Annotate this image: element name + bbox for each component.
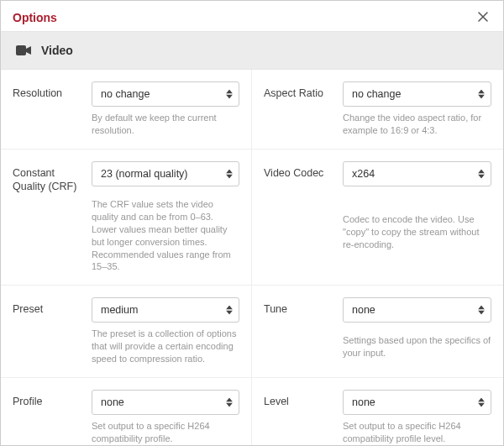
resolution-label: Resolution: [13, 81, 85, 107]
close-icon: [478, 10, 488, 24]
field-preset: Preset medium The preset is a collection…: [1, 286, 252, 378]
close-button[interactable]: [475, 9, 491, 26]
field-level: Level none Set output to a specific H264…: [252, 378, 503, 446]
profile-label: Profile: [13, 390, 85, 415]
field-tune: Tune none Settings based upon the specif…: [252, 286, 503, 378]
preset-select[interactable]: medium: [92, 297, 239, 323]
video-section-header: Video: [1, 31, 503, 70]
tune-select[interactable]: none: [343, 297, 491, 323]
level-label: Level: [264, 390, 336, 415]
field-aspect-ratio: Aspect Ratio no change Change the video …: [252, 70, 503, 150]
field-resolution: Resolution no change By default we keep …: [1, 70, 252, 150]
resolution-help: By default we keep the current resolutio…: [92, 112, 239, 137]
tune-label: Tune: [264, 297, 336, 328]
preset-label: Preset: [13, 297, 85, 323]
codec-label: Video Codec: [264, 161, 336, 209]
video-camera-icon: [16, 45, 31, 56]
field-crf: Constant Quality (CRF) 23 (normal qualit…: [1, 150, 252, 286]
profile-select[interactable]: none: [92, 390, 239, 415]
crf-select[interactable]: 23 (normal quality): [92, 161, 239, 186]
crf-label: Constant Quality (CRF): [13, 161, 85, 194]
level-help: Set output to a specific H264 compatibil…: [343, 420, 491, 445]
aspect-ratio-help: Change the video aspect ratio, for examp…: [343, 112, 491, 137]
resolution-select[interactable]: no change: [92, 81, 239, 107]
modal-title: Options: [13, 11, 57, 24]
level-select[interactable]: none: [343, 390, 491, 415]
options-modal: Options Video Resolution no change: [0, 0, 504, 446]
profile-help: Set output to a specific H264 compatibil…: [92, 420, 239, 445]
modal-header: Options: [1, 1, 503, 31]
aspect-ratio-label: Aspect Ratio: [264, 81, 336, 107]
svg-rect-0: [16, 45, 26, 55]
field-codec: Video Codec x264 Codec to encode the vid…: [252, 150, 503, 286]
section-title: Video: [41, 44, 73, 57]
preset-help: The preset is a collection of options th…: [92, 328, 239, 365]
codec-select[interactable]: x264: [343, 161, 491, 186]
aspect-ratio-select[interactable]: no change: [343, 81, 491, 107]
settings-grid: Resolution no change By default we keep …: [1, 70, 503, 446]
codec-help: Codec to encode the video. Use "copy" to…: [343, 213, 491, 273]
crf-help: The CRF value sets the video quality and…: [92, 198, 239, 273]
field-profile: Profile none Set output to a specific H2…: [1, 378, 252, 446]
tune-help: Settings based upon the specifics of you…: [343, 334, 491, 365]
